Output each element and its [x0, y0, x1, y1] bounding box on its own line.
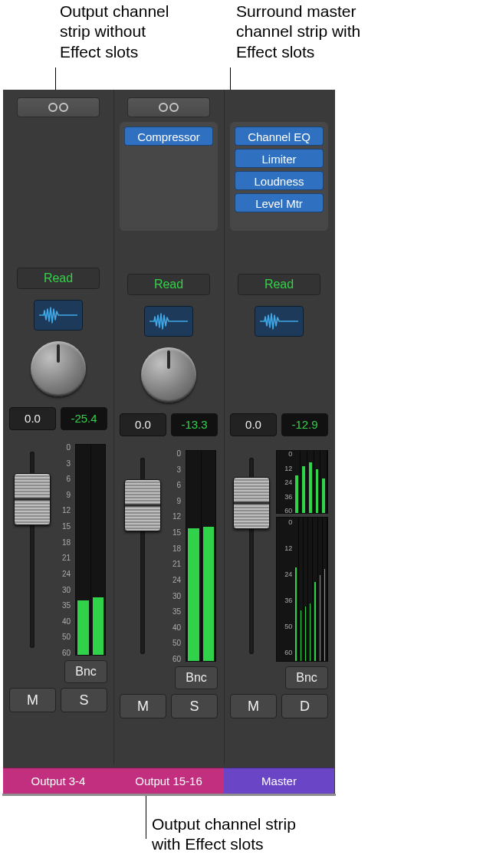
solo-button[interactable]: S: [61, 688, 107, 712]
bounce-button[interactable]: Bnc: [64, 660, 107, 683]
surround-level-meters: 012243660 01224365060: [276, 450, 328, 662]
bounce-button[interactable]: Bnc: [285, 666, 328, 689]
io-assign-button[interactable]: [127, 97, 210, 117]
svg-point-1: [60, 104, 67, 111]
callout-top-left: Output channelstrip withoutEffect slots: [60, 2, 213, 62]
solo-button[interactable]: S: [171, 694, 218, 718]
callout-line: [146, 796, 146, 839]
io-assign-button[interactable]: [17, 97, 100, 117]
dim-button[interactable]: D: [281, 694, 328, 718]
meter-scale: 036912151821243035405060: [55, 444, 72, 656]
fx-slot[interactable]: Loudness: [235, 171, 324, 190]
callout-top-right: Surround masterchannel strip withEffect …: [236, 2, 412, 62]
svg-point-3: [170, 104, 178, 111]
automation-mode-button[interactable]: Read: [127, 274, 210, 295]
fx-slot[interactable]: Limiter: [235, 149, 324, 168]
channel-strip-output-3-4: Read 0.0 -25.4 036912151821243035405060 …: [3, 90, 113, 794]
gain-readout[interactable]: 0.0: [230, 413, 277, 436]
track-icon-button[interactable]: [34, 300, 83, 330]
svg-point-0: [49, 104, 57, 111]
track-icon-button[interactable]: [255, 306, 304, 337]
audio-fx-area[interactable]: Compressor: [120, 122, 218, 231]
meter-scale: 036912151821243035405060: [166, 450, 182, 662]
pan-knob[interactable]: [141, 347, 196, 403]
fader-block: 012243660 01224365060: [230, 450, 328, 662]
gain-readout[interactable]: 0.0: [120, 413, 166, 436]
audio-fx-area[interactable]: Channel EQ Limiter Loudness Level Mtr: [230, 122, 328, 231]
peak-level-readout[interactable]: -12.9: [281, 413, 328, 436]
mute-button[interactable]: M: [120, 694, 166, 718]
channel-name-label[interactable]: Master: [224, 768, 334, 794]
volume-fader[interactable]: [9, 444, 55, 656]
volume-fader[interactable]: [120, 450, 166, 662]
fx-slot[interactable]: Compressor: [124, 127, 213, 146]
svg-point-2: [159, 104, 167, 111]
mute-button[interactable]: M: [230, 694, 277, 718]
mixer: Read 0.0 -25.4 036912151821243035405060 …: [3, 90, 335, 794]
level-meter: [186, 450, 216, 662]
channel-name-label[interactable]: Output 15-16: [113, 768, 224, 794]
channel-strip-output-15-16: Compressor Read 0.0 -13.3 03691215182124…: [113, 90, 224, 794]
callout-bottom: Output channel stripwith Effect slots: [152, 814, 366, 855]
bounce-button[interactable]: Bnc: [175, 666, 218, 689]
fader-block: 036912151821243035405060: [120, 450, 218, 662]
automation-mode-button[interactable]: Read: [238, 274, 320, 295]
track-icon-button[interactable]: [144, 306, 193, 337]
level-meter: [75, 444, 106, 656]
fader-block: 036912151821243035405060: [9, 444, 107, 656]
fx-slot[interactable]: Channel EQ: [235, 127, 324, 146]
volume-fader[interactable]: [230, 450, 273, 662]
peak-level-readout[interactable]: -25.4: [61, 407, 107, 430]
gain-readout[interactable]: 0.0: [9, 407, 56, 430]
automation-mode-button[interactable]: Read: [17, 268, 100, 289]
fx-slot[interactable]: Level Mtr: [235, 193, 324, 212]
peak-level-readout[interactable]: -13.3: [171, 413, 218, 436]
pan-knob[interactable]: [31, 341, 86, 396]
mute-button[interactable]: M: [9, 688, 56, 712]
channel-name-label[interactable]: Output 3-4: [3, 768, 113, 794]
channel-strip-master: Channel EQ Limiter Loudness Level Mtr Re…: [224, 90, 334, 794]
